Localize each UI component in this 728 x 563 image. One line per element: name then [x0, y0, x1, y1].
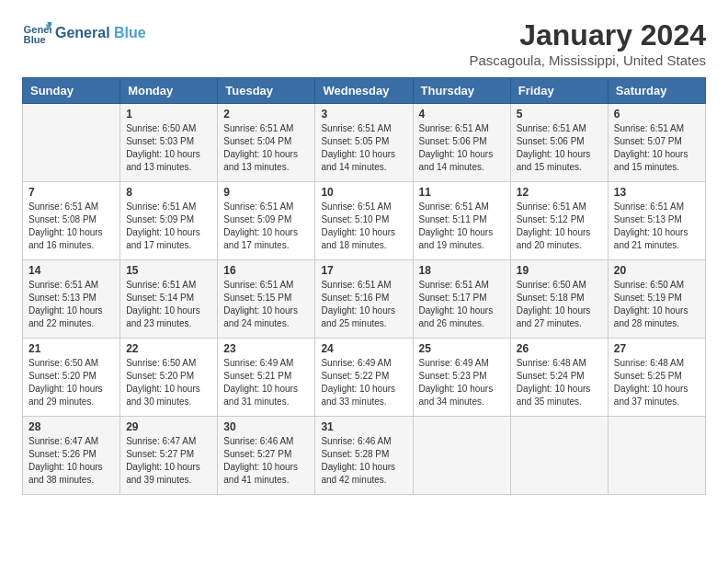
calendar-cell: 3Sunrise: 6:51 AMSunset: 5:05 PMDaylight… [315, 104, 413, 182]
calendar-cell: 22Sunrise: 6:50 AMSunset: 5:20 PMDayligh… [120, 339, 218, 417]
day-number: 5 [517, 108, 602, 121]
day-info: Sunrise: 6:51 AMSunset: 5:11 PMDaylight:… [419, 201, 505, 252]
calendar-week-row: 21Sunrise: 6:50 AMSunset: 5:20 PMDayligh… [23, 339, 706, 417]
day-number: 20 [614, 264, 700, 277]
calendar-header-friday: Friday [510, 78, 608, 104]
calendar-cell: 9Sunrise: 6:51 AMSunset: 5:09 PMDaylight… [218, 182, 315, 260]
day-number: 13 [614, 186, 700, 199]
day-number: 31 [321, 420, 406, 433]
calendar-cell: 16Sunrise: 6:51 AMSunset: 5:15 PMDayligh… [218, 260, 315, 339]
day-info: Sunrise: 6:50 AMSunset: 5:18 PMDaylight:… [517, 279, 602, 330]
calendar-table: SundayMondayTuesdayWednesdayThursdayFrid… [22, 77, 706, 495]
day-info: Sunrise: 6:51 AMSunset: 5:07 PMDaylight:… [614, 122, 700, 174]
calendar-week-row: 14Sunrise: 6:51 AMSunset: 5:13 PMDayligh… [23, 260, 706, 339]
day-number: 9 [223, 186, 309, 199]
calendar-cell: 28Sunrise: 6:47 AMSunset: 5:26 PMDayligh… [23, 417, 120, 495]
page-header: General Blue General Blue January 2024 P… [22, 18, 706, 68]
calendar-cell: 26Sunrise: 6:48 AMSunset: 5:24 PMDayligh… [510, 339, 608, 417]
day-info: Sunrise: 6:51 AMSunset: 5:10 PMDaylight:… [321, 201, 406, 252]
calendar-cell [23, 104, 120, 182]
day-info: Sunrise: 6:46 AMSunset: 5:28 PMDaylight:… [321, 435, 406, 487]
calendar-cell: 27Sunrise: 6:48 AMSunset: 5:25 PMDayligh… [608, 339, 705, 417]
day-info: Sunrise: 6:49 AMSunset: 5:21 PMDaylight:… [223, 357, 309, 408]
calendar-cell: 25Sunrise: 6:49 AMSunset: 5:23 PMDayligh… [413, 339, 510, 417]
day-info: Sunrise: 6:51 AMSunset: 5:14 PMDaylight:… [126, 279, 211, 330]
calendar-cell [413, 417, 510, 495]
day-info: Sunrise: 6:51 AMSunset: 5:16 PMDaylight:… [321, 279, 406, 330]
day-number: 12 [517, 186, 602, 199]
calendar-cell: 30Sunrise: 6:46 AMSunset: 5:27 PMDayligh… [218, 417, 315, 495]
day-info: Sunrise: 6:48 AMSunset: 5:24 PMDaylight:… [517, 357, 602, 408]
day-number: 27 [614, 342, 700, 355]
day-number: 14 [28, 264, 114, 277]
calendar-cell: 4Sunrise: 6:51 AMSunset: 5:06 PMDaylight… [413, 104, 510, 182]
day-info: Sunrise: 6:48 AMSunset: 5:25 PMDaylight:… [614, 357, 700, 408]
calendar-cell: 15Sunrise: 6:51 AMSunset: 5:14 PMDayligh… [120, 260, 218, 339]
day-number: 24 [321, 342, 406, 355]
day-info: Sunrise: 6:51 AMSunset: 5:06 PMDaylight:… [419, 122, 505, 174]
day-number: 25 [419, 342, 505, 355]
day-info: Sunrise: 6:51 AMSunset: 5:09 PMDaylight:… [223, 201, 309, 252]
day-info: Sunrise: 6:50 AMSunset: 5:19 PMDaylight:… [614, 279, 700, 330]
calendar-cell: 14Sunrise: 6:51 AMSunset: 5:13 PMDayligh… [23, 260, 120, 339]
day-number: 7 [28, 186, 114, 199]
calendar-cell: 11Sunrise: 6:51 AMSunset: 5:11 PMDayligh… [413, 182, 510, 260]
day-info: Sunrise: 6:51 AMSunset: 5:09 PMDaylight:… [126, 201, 211, 252]
calendar-cell: 10Sunrise: 6:51 AMSunset: 5:10 PMDayligh… [315, 182, 413, 260]
calendar-subtitle: Pascagoula, Mississippi, United States [469, 52, 706, 68]
day-info: Sunrise: 6:51 AMSunset: 5:05 PMDaylight:… [321, 122, 406, 174]
calendar-week-row: 1Sunrise: 6:50 AMSunset: 5:03 PMDaylight… [23, 104, 706, 182]
calendar-cell: 12Sunrise: 6:51 AMSunset: 5:12 PMDayligh… [510, 182, 608, 260]
calendar-cell: 6Sunrise: 6:51 AMSunset: 5:07 PMDaylight… [608, 104, 705, 182]
calendar-week-row: 7Sunrise: 6:51 AMSunset: 5:08 PMDaylight… [23, 182, 706, 260]
calendar-cell: 18Sunrise: 6:51 AMSunset: 5:17 PMDayligh… [413, 260, 510, 339]
day-info: Sunrise: 6:51 AMSunset: 5:15 PMDaylight:… [223, 279, 309, 330]
calendar-cell: 17Sunrise: 6:51 AMSunset: 5:16 PMDayligh… [315, 260, 413, 339]
day-number: 8 [126, 186, 211, 199]
calendar-cell [608, 417, 705, 495]
calendar-title: January 2024 [469, 18, 706, 52]
day-number: 16 [223, 264, 309, 277]
calendar-header-wednesday: Wednesday [315, 78, 413, 104]
calendar-header-tuesday: Tuesday [218, 78, 315, 104]
calendar-cell: 24Sunrise: 6:49 AMSunset: 5:22 PMDayligh… [315, 339, 413, 417]
calendar-header-sunday: Sunday [23, 78, 120, 104]
calendar-header-monday: Monday [120, 78, 218, 104]
logo-text: General Blue [55, 25, 146, 41]
calendar-cell: 21Sunrise: 6:50 AMSunset: 5:20 PMDayligh… [23, 339, 120, 417]
day-number: 30 [223, 420, 309, 433]
day-info: Sunrise: 6:50 AMSunset: 5:20 PMDaylight:… [126, 357, 211, 408]
calendar-cell: 19Sunrise: 6:50 AMSunset: 5:18 PMDayligh… [510, 260, 608, 339]
day-number: 10 [321, 186, 406, 199]
calendar-header-row: SundayMondayTuesdayWednesdayThursdayFrid… [23, 78, 706, 104]
day-number: 23 [223, 342, 309, 355]
day-number: 2 [223, 108, 309, 121]
day-info: Sunrise: 6:49 AMSunset: 5:23 PMDaylight:… [419, 357, 505, 408]
day-number: 3 [321, 108, 406, 121]
day-number: 11 [419, 186, 505, 199]
calendar-cell: 7Sunrise: 6:51 AMSunset: 5:08 PMDaylight… [23, 182, 120, 260]
day-info: Sunrise: 6:51 AMSunset: 5:12 PMDaylight:… [517, 201, 602, 252]
day-info: Sunrise: 6:47 AMSunset: 5:26 PMDaylight:… [28, 435, 114, 487]
day-number: 18 [419, 264, 505, 277]
day-info: Sunrise: 6:51 AMSunset: 5:08 PMDaylight:… [28, 201, 114, 252]
day-number: 17 [321, 264, 406, 277]
calendar-week-row: 28Sunrise: 6:47 AMSunset: 5:26 PMDayligh… [23, 417, 706, 495]
calendar-cell: 20Sunrise: 6:50 AMSunset: 5:19 PMDayligh… [608, 260, 705, 339]
day-number: 4 [419, 108, 505, 121]
title-area: January 2024 Pascagoula, Mississippi, Un… [469, 18, 706, 68]
day-info: Sunrise: 6:50 AMSunset: 5:20 PMDaylight:… [28, 357, 114, 408]
calendar-cell: 29Sunrise: 6:47 AMSunset: 5:27 PMDayligh… [120, 417, 218, 495]
calendar-cell: 31Sunrise: 6:46 AMSunset: 5:28 PMDayligh… [315, 417, 413, 495]
day-info: Sunrise: 6:47 AMSunset: 5:27 PMDaylight:… [126, 435, 211, 487]
calendar-cell: 2Sunrise: 6:51 AMSunset: 5:04 PMDaylight… [218, 104, 315, 182]
calendar-header-saturday: Saturday [608, 78, 705, 104]
calendar-cell: 13Sunrise: 6:51 AMSunset: 5:13 PMDayligh… [608, 182, 705, 260]
day-info: Sunrise: 6:51 AMSunset: 5:06 PMDaylight:… [517, 122, 602, 174]
day-number: 22 [126, 342, 211, 355]
day-number: 28 [28, 420, 114, 433]
day-info: Sunrise: 6:51 AMSunset: 5:17 PMDaylight:… [419, 279, 505, 330]
calendar-cell: 23Sunrise: 6:49 AMSunset: 5:21 PMDayligh… [218, 339, 315, 417]
day-number: 6 [614, 108, 700, 121]
day-info: Sunrise: 6:50 AMSunset: 5:03 PMDaylight:… [126, 122, 211, 174]
